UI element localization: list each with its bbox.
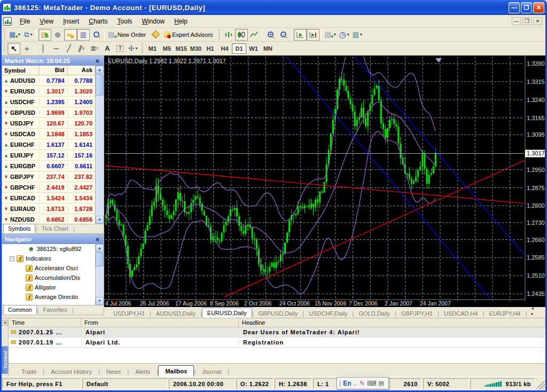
restore-button[interactable]: ❐ — [521, 2, 532, 13]
terminal-tab-trade[interactable]: Trade — [15, 366, 43, 377]
chart-area[interactable]: 1.33901.33151.32401.31651.30951.29501.28… — [104, 56, 545, 307]
dropdown-arrow-icon[interactable]: ▾ — [360, 32, 362, 37]
chart-tab-usdchf-daily[interactable]: USDCHF,Daily — [304, 309, 352, 318]
price-chart[interactable]: 1.33901.33151.32401.31651.30951.29501.28… — [104, 56, 545, 307]
column-headline[interactable]: Headline — [239, 318, 545, 327]
navigator-indicator-item[interactable]: fAccelerator Osci — [2, 263, 95, 273]
dropdown-arrow-icon[interactable]: ▾ — [30, 32, 33, 37]
periods-button[interactable]: ◷▾ — [338, 29, 351, 41]
terminal-vertical-tab[interactable]: Terminal — [2, 346, 9, 374]
market-watch-row[interactable]: ▼USDJPY120.67120.70 — [2, 118, 95, 129]
navigator-account-item[interactable]: ☻386125: xgliu892 — [2, 244, 95, 254]
market-watch-row[interactable]: ▲AUDUSD0.77840.7788 — [2, 75, 95, 86]
market-watch-row[interactable]: ▼EURCAD1.54241.5434 — [2, 193, 95, 203]
chart-tab-audusd-daily[interactable]: AUDUSD,Daily — [151, 309, 200, 318]
market-watch-row[interactable]: ▲EURCHF1.61371.6141 — [2, 139, 95, 150]
menu-item-tools[interactable]: Tools — [113, 15, 137, 27]
scroll-down-icon[interactable]: ▼ — [96, 297, 104, 305]
chart-window-button[interactable]: ▨⇅ — [38, 29, 51, 41]
terminal-tab-journal[interactable]: Journal — [196, 366, 228, 377]
chart-tab-usdjpy-h1[interactable]: USDJPY,H1 — [108, 309, 150, 318]
chart-tab-gbpjpy-h1[interactable]: GBPJPY,H1 — [396, 309, 437, 318]
chart-tab-gold-daily[interactable]: GOLD,Daily — [354, 309, 395, 318]
crosshair-button[interactable]: ＋ — [20, 43, 33, 54]
terminal-tab-news[interactable]: News — [100, 366, 128, 377]
ime-pen-icon[interactable]: ✎ — [360, 380, 365, 387]
column-symbol[interactable]: Symbol — [2, 66, 39, 75]
text-button[interactable]: A — [101, 43, 114, 54]
timeframe-mn-button[interactable]: MN — [261, 43, 275, 54]
navigator-indicator-item[interactable]: fAverage Directio — [2, 292, 95, 302]
toolbar-grip[interactable] — [218, 29, 221, 40]
market-watch-caption[interactable]: Market Watch: 18:04:25 ✕ — [2, 56, 104, 66]
data-window-button[interactable] — [90, 29, 103, 41]
market-watch-scrollbar[interactable]: ▲ ▼ — [95, 66, 104, 224]
fibonacci-button[interactable]: ≣F — [88, 43, 101, 54]
crosshair-target-button[interactable]: ⊕ — [51, 29, 64, 41]
menu-item-view[interactable]: View — [35, 15, 58, 27]
new-chart-button[interactable]: ▦+▾ — [7, 29, 22, 41]
terminal-tab-mailbox[interactable]: Mailbox — [158, 365, 194, 377]
chart-shift-button[interactable] — [307, 29, 319, 41]
ime-punctuation-icon[interactable]: ,. — [353, 380, 357, 386]
mail-row[interactable]: ✉2007.01.25 ...AlpariDear Users of MetaT… — [9, 327, 545, 338]
favorites-folder-button[interactable]: ▰★ — [64, 29, 77, 41]
warning-button[interactable]: ! — [149, 29, 162, 41]
title-bar[interactable]: 386125: MetaTrader - Demo Account - [EUR… — [0, 0, 547, 15]
mdi-minimize-button[interactable]: — — [512, 17, 521, 25]
menu-item-charts[interactable]: Charts — [84, 15, 112, 27]
column-bid[interactable]: Bid — [39, 66, 67, 75]
mdi-chart-icon[interactable] — [3, 17, 12, 26]
auto-scroll-button[interactable] — [294, 29, 307, 41]
menu-item-file[interactable]: File — [15, 15, 35, 27]
tab-favorites[interactable]: Favorites — [38, 305, 72, 315]
ime-language-bar[interactable]: | En ,. ✎ ⌨ ▤ — [337, 377, 389, 389]
navigator-scrollbar[interactable]: ▲ ▼ — [95, 244, 104, 305]
timeframe-w1-button[interactable]: W1 — [246, 43, 261, 54]
chart-tab-eurusd-daily[interactable]: EURUSD,Daily — [202, 308, 252, 318]
timeframe-d1-button[interactable]: D1 — [232, 43, 246, 54]
market-watch-row[interactable]: ▼GBPUSD1.96991.9703 — [2, 107, 95, 118]
column-from[interactable]: From — [81, 318, 239, 327]
market-watch-row[interactable]: ▼EURUSD1.30171.3020 — [2, 86, 95, 97]
mail-row[interactable]: ✉2007.01.19 ...Alpari Ltd.Registration — [9, 338, 545, 348]
dropdown-arrow-icon[interactable]: ▾ — [135, 46, 137, 51]
market-watch-row[interactable]: ▼USDCAD1.18481.1853 — [2, 129, 95, 139]
chart-tab-gbpusd-daily[interactable]: GBPUSD,Daily — [254, 309, 303, 318]
scroll-down-icon[interactable]: ▼ — [96, 216, 104, 224]
ime-menu-icon[interactable]: ▤ — [378, 380, 384, 387]
dropdown-arrow-icon[interactable]: ▾ — [347, 32, 349, 37]
dropdown-arrow-icon[interactable]: ▾ — [334, 32, 336, 37]
horizontal-line-button[interactable]: ─ — [50, 43, 62, 54]
scrollbar-thumb[interactable] — [96, 253, 104, 266]
indicators-button[interactable]: ▤+▾ — [323, 29, 338, 41]
market-watch-toggle-button[interactable]: ▥ — [77, 29, 90, 41]
chart-tab-eurjpy-h4[interactable]: EURJPY,H4 — [484, 309, 525, 318]
timeframe-h1-button[interactable]: H1 — [203, 43, 217, 54]
navigator-indicator-item[interactable]: fAccumulation/Dis — [2, 273, 95, 283]
terminal-tab-account-history[interactable]: Account History — [44, 366, 98, 377]
column-ask[interactable]: Ask — [67, 66, 95, 75]
ime-keyboard-icon[interactable]: ⌨ — [367, 380, 376, 387]
ime-language-label[interactable]: En — [343, 380, 351, 387]
tab-common[interactable]: Common — [3, 305, 37, 315]
market-watch-row[interactable]: ▼NZDUSD0.68520.6856 — [2, 214, 95, 224]
mdi-close-button[interactable]: ✕ — [533, 17, 542, 25]
tab-tick-chart[interactable]: Tick Chart — [37, 224, 73, 233]
tab-symbols[interactable]: Symbols — [3, 224, 35, 233]
bar-chart-button[interactable] — [222, 29, 235, 41]
market-watch-close-icon[interactable]: ✕ — [94, 58, 101, 64]
profiles-button[interactable]: ⧉▾ — [22, 29, 35, 41]
toolbar-grip[interactable] — [3, 29, 6, 40]
terminal-close-icon[interactable]: ✕ — [2, 320, 8, 326]
zoom-in-button[interactable]: + — [264, 29, 277, 41]
cursor-button[interactable]: ↖ — [7, 43, 20, 54]
navigator-caption[interactable]: Navigator ✕ — [2, 234, 104, 244]
vertical-line-button[interactable]: │ — [37, 43, 50, 54]
ime-grip[interactable]: | — [339, 380, 341, 387]
toolbar-grip[interactable] — [3, 43, 6, 54]
timeframe-h4-button[interactable]: H4 — [217, 43, 232, 54]
scroll-up-icon[interactable]: ▲ — [96, 244, 104, 252]
zoom-out-button[interactable]: − — [277, 29, 290, 41]
market-watch-row[interactable]: ▼GBPCHF2.44192.4427 — [2, 182, 95, 193]
